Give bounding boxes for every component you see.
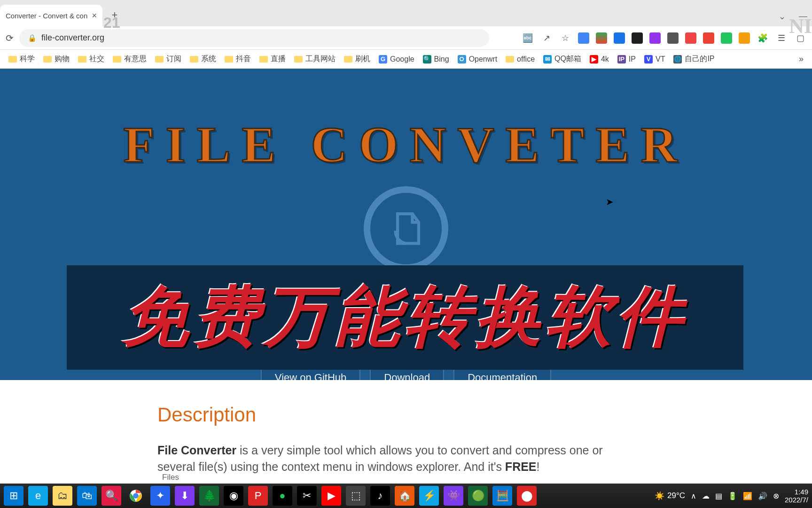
bookmark-item[interactable]: 科学 (8, 54, 35, 64)
overlay-chinese-text: 免费万能转换软件 (123, 273, 687, 362)
obs-icon[interactable]: ◉ (224, 486, 243, 506)
bookmarks-overflow[interactable]: » (799, 54, 804, 64)
bookmark-item[interactable]: IPIP (617, 55, 636, 64)
sun-icon: ☀️ (655, 491, 664, 501)
toolbar-icons: 🔤 ↗ ☆ 🧩 ☰ ▢ (522, 32, 806, 44)
bookmark-item[interactable]: office (506, 55, 535, 64)
app-icon[interactable]: 🟢 (468, 486, 488, 506)
bg-number: 21 (103, 14, 120, 32)
powerpoint-icon[interactable]: P (248, 486, 268, 506)
taskbar-clock[interactable]: 1:49 2022/7/ (785, 488, 808, 504)
bookmark-item[interactable]: 社交 (78, 54, 104, 64)
bookmark-item[interactable]: VVT (644, 55, 665, 64)
record-icon[interactable]: ⬤ (517, 486, 537, 506)
extension-icon[interactable] (649, 32, 661, 44)
reload-icon[interactable]: ⟳ (6, 32, 14, 44)
browser-tabstrip: 21 Converter - Convert & con × + ⌄ — NI (0, 0, 812, 26)
search-icon[interactable]: 🔍 (102, 486, 121, 506)
description-heading: Description (157, 404, 655, 426)
bookmark-item[interactable]: 有意思 (113, 54, 147, 64)
bookmark-item[interactable]: 系统 (190, 54, 216, 64)
desc-bold-free: FREE (505, 460, 537, 473)
site-icon: 🌐 (673, 55, 682, 64)
extension-icon[interactable] (703, 32, 714, 44)
extension-icon[interactable] (632, 32, 643, 44)
chevron-down-icon[interactable]: ⌄ (779, 11, 786, 22)
bookmark-item[interactable]: ▶4k (590, 55, 609, 64)
bookmark-item[interactable]: 🔍Bing (423, 55, 449, 64)
bookmark-item[interactable]: 订阅 (155, 54, 181, 64)
bookmark-item[interactable]: 购物 (43, 54, 70, 64)
translate-icon[interactable]: 🔤 (522, 32, 534, 44)
extension-icon[interactable] (739, 32, 750, 44)
volume-icon[interactable]: 🔊 (758, 492, 767, 500)
app-logo-icon (364, 186, 448, 271)
extension-icon[interactable] (685, 32, 696, 44)
bookmark-star-icon[interactable]: ☆ (559, 32, 571, 44)
capcut-icon[interactable]: ✂ (297, 486, 317, 506)
tray-icon[interactable]: ▤ (715, 492, 722, 500)
edge-icon[interactable]: e (28, 486, 48, 506)
start-button[interactable]: ⊞ (4, 486, 23, 506)
folder-icon (155, 56, 164, 63)
extension-icon[interactable] (614, 32, 625, 44)
app-icon[interactable]: 🏠 (395, 486, 414, 506)
folder-icon (113, 56, 121, 63)
files-label: Files (162, 473, 179, 482)
extension-icon[interactable] (596, 32, 607, 44)
explorer-icon[interactable]: 🗂 (53, 486, 72, 506)
youtube-icon[interactable]: ▶ (321, 486, 341, 506)
address-bar: ⟳ 🔒 file-converter.org 🔤 ↗ ☆ 🧩 ☰ ▢ (0, 26, 812, 50)
store-icon[interactable]: 🛍 (77, 486, 97, 506)
app-icon[interactable]: ● (273, 486, 292, 506)
cursor-icon: ➤ (606, 196, 614, 207)
overlay-title: FILE CONVETER (123, 116, 688, 174)
app-icon[interactable]: 🌲 (199, 486, 219, 506)
folder-icon (344, 56, 352, 63)
app-icon[interactable]: ⬇ (175, 486, 195, 506)
site-icon: 🔍 (423, 55, 431, 64)
bookmark-item[interactable]: GGoogle (379, 55, 414, 64)
extension-icon[interactable] (578, 32, 589, 44)
weather-widget[interactable]: ☀️ 29°C (655, 491, 685, 501)
tiktok-icon[interactable]: ♪ (370, 486, 390, 506)
tab-title: Converter - Convert & con (6, 12, 88, 20)
bookmark-item[interactable]: 直播 (259, 54, 286, 64)
site-icon: ✉ (543, 55, 552, 64)
folder-icon (506, 56, 514, 63)
bookmark-item[interactable]: 刷机 (344, 54, 370, 64)
extension-icon[interactable] (721, 32, 732, 44)
wifi-icon[interactable]: 📶 (743, 492, 752, 500)
lock-icon: 🔒 (28, 34, 37, 42)
site-icon: IP (617, 55, 626, 64)
bookmark-item[interactable]: 工具网站 (294, 54, 336, 64)
bookmark-item[interactable]: ✉QQ邮箱 (543, 54, 581, 64)
battery-icon[interactable]: 🔋 (728, 492, 737, 500)
app-icon[interactable]: ⬚ (346, 486, 366, 506)
bookmark-item[interactable]: 🌐自己的IP (673, 54, 714, 64)
tray-chevron-icon[interactable]: ∧ (691, 492, 696, 500)
onedrive-icon[interactable]: ☁ (702, 492, 710, 500)
folder-icon (259, 56, 268, 63)
extension-icon[interactable] (667, 32, 679, 44)
chrome-icon[interactable] (126, 486, 146, 506)
bookmark-item[interactable]: 抖音 (225, 54, 251, 64)
folder-icon (294, 56, 303, 63)
extensions-puzzle-icon[interactable]: 🧩 (757, 32, 769, 44)
calculator-icon[interactable]: 🧮 (492, 486, 512, 506)
url-input[interactable]: 🔒 file-converter.org (19, 29, 489, 47)
close-icon[interactable]: × (92, 11, 97, 21)
site-icon: O (458, 55, 466, 64)
tray-icon[interactable]: ⊗ (773, 492, 779, 500)
bookmark-item[interactable]: OOpenwrt (458, 55, 497, 64)
app-icon[interactable]: 👾 (444, 486, 463, 506)
app-icon[interactable]: ⚡ (419, 486, 439, 506)
windows-taskbar: ⊞ e 🗂 🛍 🔍 ✦ ⬇ 🌲 ◉ P ● ✂ ▶ ⬚ ♪ 🏠 ⚡ 👾 🟢 🧮 … (0, 484, 812, 508)
share-icon[interactable]: ↗ (540, 32, 553, 44)
browser-tab[interactable]: Converter - Convert & con × (0, 5, 102, 26)
url-text: file-converter.org (41, 33, 104, 43)
reading-list-icon[interactable]: ☰ (775, 32, 788, 44)
site-icon: ▶ (590, 55, 598, 64)
description-text: File Converter is a very simple tool whi… (157, 442, 637, 475)
app-icon[interactable]: ✦ (150, 486, 170, 506)
